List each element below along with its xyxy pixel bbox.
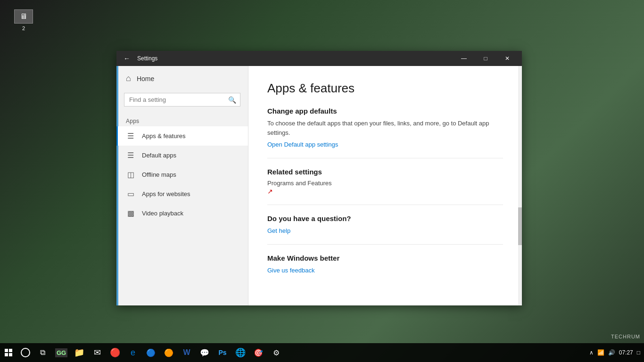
sidebar-item-offline-maps[interactable]: ◫ Offline maps [116, 165, 248, 184]
taskbar-app-unknown3[interactable]: 🟠 [160, 343, 177, 362]
divider-1 [267, 158, 503, 158]
app1-icon: 🔴 [110, 347, 120, 358]
taskbar: ⧉ GG 📁 ✉ 🔴 e 🔵 🟠 [0, 343, 644, 362]
taskbar-app-word[interactable]: W [178, 343, 195, 362]
apps-features-icon: ☰ [126, 132, 135, 140]
related-settings-title: Related settings [267, 168, 503, 176]
start-button[interactable] [0, 343, 17, 362]
offline-maps-label: Offline maps [142, 171, 176, 178]
window-controls: — □ ✕ [453, 51, 518, 66]
make-better-section: Make Windows better Give us feedback [267, 254, 503, 274]
app3-icon: 🟠 [164, 348, 173, 357]
settings-window: ← Settings — □ ✕ ⌂ Home [116, 51, 522, 305]
sidebar-item-video-playback[interactable]: ▩ Video playback [116, 204, 248, 223]
task-view-button[interactable]: ⧉ [34, 343, 51, 362]
close-button[interactable]: ✕ [496, 51, 518, 66]
sidebar: ⌂ Home 🔍 Apps ☰ Apps & features ☰ D [116, 66, 248, 305]
search-icon: 🔍 [224, 96, 240, 104]
offline-maps-icon: ◫ [126, 170, 135, 179]
taskbar-app-edge[interactable]: e [124, 343, 141, 362]
open-default-app-settings-link[interactable]: Open Default app settings [267, 141, 338, 148]
search-input[interactable] [124, 93, 224, 106]
sidebar-item-home[interactable]: ⌂ Home [116, 66, 248, 91]
default-apps-label: Default apps [142, 152, 176, 159]
sidebar-section-apps: Apps [116, 114, 248, 126]
desktop-icon-image: 🖥 [14, 9, 33, 24]
title-bar: ← Settings — □ ✕ [116, 51, 522, 66]
question-title: Do you have a question? [267, 214, 503, 222]
messenger-icon: 💬 [200, 348, 209, 357]
content-area: ⌂ Home 🔍 Apps ☰ Apps & features ☰ D [116, 66, 522, 305]
app2-icon: 🔵 [146, 348, 156, 357]
apps-websites-label: Apps for websites [142, 190, 190, 197]
divider-3 [267, 244, 503, 245]
main-content: Apps & features Change app defaults To c… [248, 66, 522, 305]
windows-logo-icon [5, 349, 12, 356]
mail-icon: ✉ [94, 347, 101, 358]
programs-features-link-container: Programs and Features ↗ [267, 180, 503, 195]
ggtv-icon: GG [55, 348, 67, 357]
home-icon: ⌂ [126, 74, 131, 83]
desktop: 🖥 2 ← Settings — □ ✕ ⌂ Home [0, 0, 644, 362]
taskbar-right: ∧ 📶 🔊 07:27 □ [589, 349, 644, 356]
app4-icon: 🎯 [254, 348, 263, 357]
folder-icon: 📁 [74, 347, 84, 358]
window-title: Settings [137, 55, 453, 62]
search-box: 🔍 [124, 93, 240, 107]
divider-2 [267, 205, 503, 205]
taskbar-app-unknown2[interactable]: 🔵 [142, 343, 159, 362]
back-button[interactable]: ← [120, 52, 133, 65]
sidebar-item-apps-websites[interactable]: ▭ Apps for websites [116, 184, 248, 204]
taskbar-apps: GG 📁 ✉ 🔴 e 🔵 🟠 W 💬 [53, 343, 285, 362]
page-title: Apps & features [267, 81, 503, 96]
taskbar-clock[interactable]: 07:27 [619, 349, 633, 356]
apps-features-label: Apps & features [142, 132, 186, 140]
settings-taskbar-icon: ⚙ [273, 348, 280, 357]
desktop-icon: 🖥 2 [9, 9, 38, 31]
watermark: TECHRUM [611, 334, 640, 339]
taskbar-app-messenger[interactable]: 💬 [196, 343, 213, 362]
sidebar-item-apps-features[interactable]: ☰ Apps & features [116, 126, 248, 146]
network-icon: 📶 [597, 349, 604, 356]
taskbar-app-folder[interactable]: 📁 [71, 343, 88, 362]
taskbar-app-unknown1[interactable]: 🔴 [107, 343, 124, 362]
taskbar-app-settings[interactable]: ⚙ [268, 343, 285, 362]
task-view-icon: ⧉ [40, 348, 45, 357]
taskbar-app-mail[interactable]: ✉ [89, 343, 106, 362]
related-settings-section: Related settings Programs and Features ↗ [267, 168, 503, 195]
chrome-icon: 🌐 [235, 347, 246, 358]
taskbar-app-chrome[interactable]: 🌐 [232, 343, 249, 362]
change-defaults-section: Change app defaults To choose the defaul… [267, 107, 503, 148]
time-display: 07:27 [619, 349, 633, 356]
change-defaults-title: Change app defaults [267, 107, 503, 115]
sidebar-item-default-apps[interactable]: ☰ Default apps [116, 146, 248, 165]
word-icon: W [183, 348, 190, 357]
give-feedback-link[interactable]: Give us feedback [267, 267, 314, 274]
programs-features-arrow: ↗ [267, 188, 503, 195]
minimize-button[interactable]: — [453, 51, 475, 66]
maximize-button[interactable]: □ [475, 51, 496, 66]
photoshop-icon: Ps [218, 349, 226, 356]
taskbar-app-photoshop[interactable]: Ps [214, 343, 231, 362]
question-section: Do you have a question? Get help [267, 214, 503, 235]
scrollbar-track[interactable] [518, 66, 522, 305]
edge-icon: e [131, 348, 135, 358]
desktop-icon-label: 2 [22, 25, 25, 31]
programs-features-link[interactable]: Programs and Features [267, 180, 503, 187]
apps-websites-icon: ▭ [126, 189, 135, 198]
make-better-title: Make Windows better [267, 254, 503, 262]
volume-icon[interactable]: 🔊 [608, 349, 615, 356]
scrollbar-thumb[interactable] [518, 207, 522, 245]
video-playback-label: Video playback [142, 210, 183, 217]
taskbar-app-ggtv[interactable]: GG [53, 343, 70, 362]
home-label: Home [137, 75, 154, 82]
cortana-icon [21, 348, 30, 357]
get-help-link[interactable]: Get help [267, 227, 290, 234]
system-tray-arrow[interactable]: ∧ [589, 349, 594, 356]
taskbar-app-unknown4[interactable]: 🎯 [250, 343, 267, 362]
default-apps-icon: ☰ [126, 151, 135, 160]
change-defaults-desc: To choose the default apps that open you… [267, 119, 503, 137]
video-playback-icon: ▩ [126, 209, 135, 218]
cortana-search-button[interactable] [17, 343, 34, 362]
notification-icon[interactable]: □ [637, 349, 640, 356]
